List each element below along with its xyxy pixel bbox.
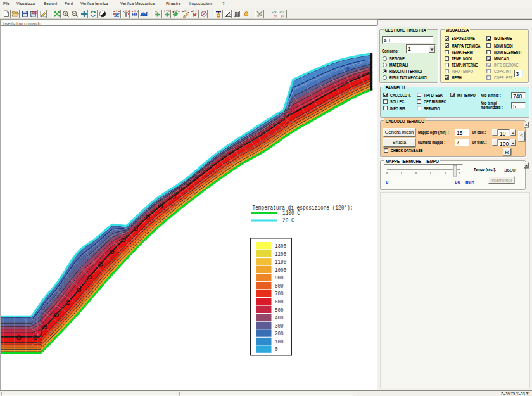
svg-text:1300: 1300 (275, 243, 286, 250)
svg-text:fyk: fyk (274, 15, 278, 18)
svg-text:1100 C: 1100 C (282, 210, 300, 217)
svg-text:Eck: Eck (272, 11, 277, 14)
svg-text:700: 700 (275, 291, 284, 298)
svg-text:λc,C: λc,C (279, 11, 286, 14)
svg-text:400: 400 (275, 314, 284, 321)
svg-text:500: 500 (275, 307, 284, 314)
svg-text:300: 300 (275, 323, 284, 329)
svg-text:200: 200 (275, 331, 284, 338)
svg-text:ρu: ρu (281, 15, 285, 18)
svg-text:Temperatura di esposizione (12: Temperatura di esposizione (120'): (252, 205, 353, 212)
svg-text:0: 0 (275, 347, 278, 354)
svg-text:1100: 1100 (275, 259, 286, 265)
svg-text:20 C: 20 C (282, 218, 294, 225)
svg-text:1200: 1200 (275, 251, 286, 258)
svg-text:900: 900 (275, 275, 284, 282)
svg-text:100: 100 (275, 338, 284, 345)
svg-text:1000: 1000 (275, 267, 286, 274)
svg-text:800: 800 (275, 283, 284, 290)
svg-text:600: 600 (275, 298, 284, 305)
svg-text:DS: DS (32, 11, 37, 15)
